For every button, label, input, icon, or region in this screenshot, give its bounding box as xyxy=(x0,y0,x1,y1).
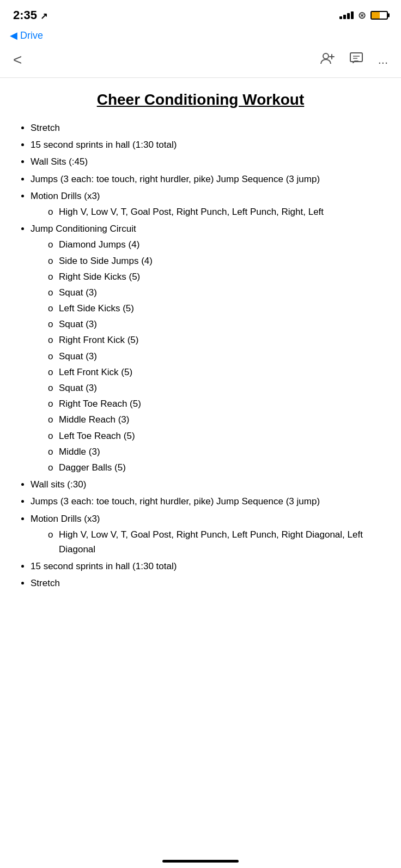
list-item: 15 second sprints in hall (1:30 total) xyxy=(31,137,386,152)
list-item: Motion Drills (x3) High V, Low V, T, Goa… xyxy=(31,189,386,219)
document-title: Cheer Conditioning Workout xyxy=(15,91,386,108)
list-item: Jumps (3 each: toe touch, right hurdler,… xyxy=(31,494,386,509)
wifi-icon: ⊛ xyxy=(358,9,366,21)
svg-point-0 xyxy=(323,53,329,59)
sub-list-item: Left Toe Reach (5) xyxy=(48,429,386,443)
status-icons: ⊛ xyxy=(339,9,388,21)
signal-icon xyxy=(339,11,354,19)
sub-list: High V, Low V, T, Goal Post, Right Punch… xyxy=(31,204,386,219)
time-arrow: ↗ xyxy=(40,11,47,21)
sub-list-item: Squat (3) xyxy=(48,381,386,395)
svg-rect-3 xyxy=(350,53,362,62)
sub-list: High V, Low V, T, Goal Post, Right Punch… xyxy=(31,527,386,557)
sub-list-item: Right Toe Reach (5) xyxy=(48,396,386,411)
drive-bar[interactable]: ◀ Drive xyxy=(0,27,401,46)
home-indicator xyxy=(162,860,239,863)
more-button[interactable]: ... xyxy=(378,53,388,67)
document-body: Cheer Conditioning Workout Stretch 15 se… xyxy=(0,78,401,614)
list-item: Jumps (3 each: toe touch, right hurdler,… xyxy=(31,172,386,186)
list-item: Stretch xyxy=(31,120,386,135)
sub-list-item: Squat (3) xyxy=(48,349,386,364)
sub-list-item: Right Front Kick (5) xyxy=(48,333,386,347)
sub-list-item: High V, Low V, T, Goal Post, Right Punch… xyxy=(48,527,386,557)
list-item: Stretch xyxy=(31,576,386,590)
sub-list-item: Squat (3) xyxy=(48,317,386,331)
status-bar: 2:35 ↗ ⊛ xyxy=(0,0,401,27)
status-time: 2:35 ↗ xyxy=(13,8,47,22)
sub-list: Diamond Jumps (4) Side to Side Jumps (4)… xyxy=(31,237,386,475)
battery-icon xyxy=(370,11,388,20)
nav-actions: ... xyxy=(320,52,388,68)
list-item: 15 second sprints in hall (1:30 total) xyxy=(31,559,386,574)
list-item: Jump Conditioning Circuit Diamond Jumps … xyxy=(31,221,386,475)
drive-label[interactable]: ◀ Drive xyxy=(10,30,43,41)
add-person-button[interactable] xyxy=(320,52,335,68)
time-label: 2:35 xyxy=(13,8,37,22)
sub-list-item: Left Front Kick (5) xyxy=(48,365,386,379)
sub-list-item: Side to Side Jumps (4) xyxy=(48,254,386,268)
sub-list-item: Right Side Kicks (5) xyxy=(48,269,386,284)
sub-list-item: Middle Reach (3) xyxy=(48,412,386,427)
sub-list-item: Diamond Jumps (4) xyxy=(48,237,386,252)
nav-toolbar: < ... xyxy=(0,46,401,78)
list-item: Motion Drills (x3) High V, Low V, T, Goa… xyxy=(31,511,386,557)
list-item: Wall Sits (:45) xyxy=(31,154,386,169)
sub-list-item: Middle (3) xyxy=(48,444,386,459)
back-button[interactable]: < xyxy=(13,51,22,69)
main-list: Stretch 15 second sprints in hall (1:30 … xyxy=(15,120,386,590)
comment-button[interactable] xyxy=(350,52,363,68)
sub-list-item: Dagger Balls (5) xyxy=(48,460,386,475)
sub-list-item: Left Side Kicks (5) xyxy=(48,301,386,316)
list-item: Wall sits (:30) xyxy=(31,477,386,492)
sub-list-item: Squat (3) xyxy=(48,285,386,300)
sub-list-item: High V, Low V, T, Goal Post, Right Punch… xyxy=(48,204,386,219)
